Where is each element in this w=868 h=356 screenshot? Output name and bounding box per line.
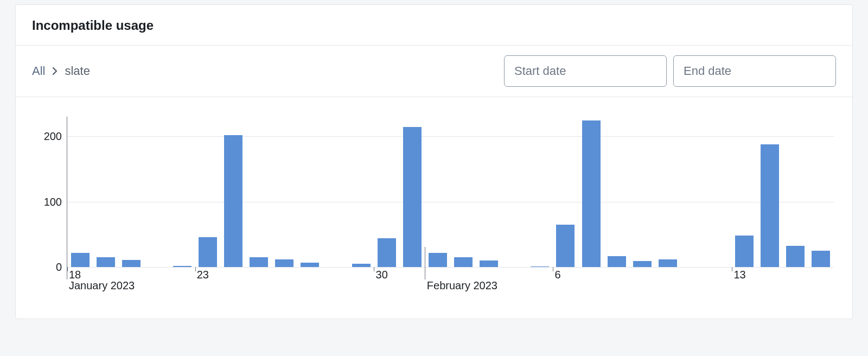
date-range-inputs: [504, 55, 836, 87]
month-label: February 2023: [427, 279, 497, 292]
chart-bar: [429, 253, 447, 267]
chart-container: 0100200 182330613 January 2023February 2…: [16, 97, 852, 319]
panel-header: Incompatible usage: [16, 5, 852, 46]
chart-bar: [556, 225, 575, 267]
chart-bar: [659, 259, 677, 267]
chart-bar: [633, 261, 652, 267]
x-axis-month-labels: January 2023February 2023: [67, 279, 834, 304]
chart-bar: [97, 257, 115, 267]
y-axis-label: 200: [44, 130, 62, 143]
chart-bar: [531, 266, 549, 267]
end-date-input[interactable]: [673, 55, 836, 87]
breadcrumb-current: slate: [65, 64, 90, 78]
chart-gridline: [67, 136, 834, 137]
month-label: January 2023: [69, 279, 135, 292]
month-separator: [67, 247, 67, 279]
chart-plot-area: 0100200: [67, 117, 834, 268]
chart-bar: [812, 251, 830, 267]
chart-bar: [224, 135, 242, 267]
chevron-right-icon: [52, 67, 58, 75]
chart-bar: [582, 120, 601, 267]
chart-bar: [403, 127, 422, 267]
breadcrumb-root[interactable]: All: [32, 64, 45, 78]
chart-bar: [761, 144, 779, 267]
chart-bar: [199, 237, 217, 267]
chart-bar: [275, 259, 293, 267]
chart-bar: [122, 260, 141, 267]
chart-bar: [735, 236, 754, 267]
chart-bar: [454, 257, 473, 267]
chart-bar: [71, 253, 90, 267]
start-date-input[interactable]: [504, 55, 667, 87]
chart-gridline: [67, 202, 834, 202]
panel-toolbar: All slate: [16, 46, 852, 97]
chart-bar: [301, 263, 319, 267]
chart-bar: [480, 260, 498, 267]
chart-bar: [608, 256, 626, 267]
chart-bar: [173, 266, 192, 267]
bar-chart: 0100200 182330613: [32, 117, 836, 279]
y-axis-label: 100: [44, 195, 62, 208]
chart-bar: [250, 257, 268, 267]
usage-panel: Incompatible usage All slate 0100200 182…: [15, 4, 853, 319]
chart-bar: [378, 238, 396, 267]
chart-bar: [352, 264, 371, 267]
y-axis-label: 0: [56, 261, 62, 274]
breadcrumb: All slate: [32, 64, 90, 78]
chart-bar: [786, 246, 805, 267]
panel-title: Incompatible usage: [32, 18, 836, 33]
month-separator: [425, 247, 425, 279]
